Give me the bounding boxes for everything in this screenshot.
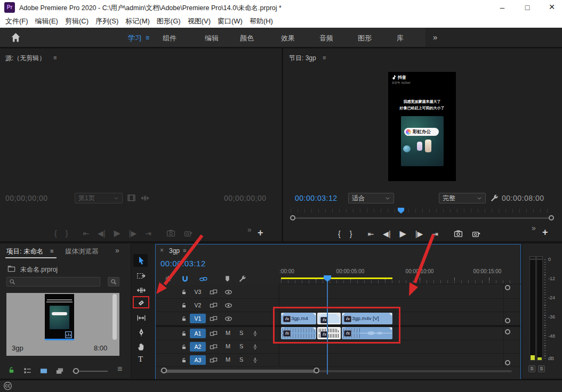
toggle-track-output-eye-icon[interactable] — [224, 301, 232, 309]
clip-name-label[interactable]: 3gp — [12, 344, 23, 352]
program-panel-title[interactable]: 节目: 3gp — [289, 54, 316, 63]
tab-audio[interactable]: 音频 — [319, 34, 333, 43]
sync-lock-icon[interactable] — [210, 288, 218, 296]
sync-lock-icon[interactable] — [210, 343, 218, 351]
minimize-button[interactable]: – — [493, 1, 511, 14]
track-label-a2[interactable]: A2 — [190, 342, 206, 352]
timeline-timecode[interactable]: 00:00:03:12 — [160, 259, 206, 268]
tab-editing[interactable]: 编辑 — [205, 34, 219, 43]
source-go-to-in-button[interactable]: ⇤ — [83, 229, 89, 238]
program-export-frame-icon[interactable] — [472, 229, 481, 238]
timeline-hscroll-thumb[interactable] — [163, 370, 317, 373]
source-panel-title[interactable]: 源:（无剪辑） — [5, 54, 45, 63]
program-mark-out-button[interactable]: } — [350, 230, 352, 238]
source-step-back-button[interactable]: ◀| — [98, 229, 105, 238]
program-go-to-out-button[interactable]: ⇥ — [432, 230, 438, 238]
timeline-tab-label[interactable]: 3gp — [169, 247, 180, 255]
slip-tool[interactable] — [137, 313, 146, 323]
lock-icon[interactable] — [181, 330, 187, 337]
menu-window[interactable]: 窗口(W) — [218, 17, 243, 26]
timeline-settings-wrench-icon[interactable] — [238, 275, 246, 283]
source-add-button[interactable]: + — [258, 227, 263, 239]
program-step-back-button[interactable]: ◀| — [383, 230, 390, 238]
source-overwrite-icon[interactable] — [184, 228, 193, 238]
track-resize-handle-4[interactable] — [505, 360, 510, 365]
menu-edit[interactable]: 编辑(E) — [35, 17, 58, 26]
lock-icon[interactable] — [181, 315, 187, 322]
meter-solo-right-button[interactable]: S — [538, 365, 545, 372]
icon-view-icon[interactable] — [39, 367, 48, 375]
program-panel-menu-icon[interactable]: ≡ — [323, 54, 326, 61]
hand-tool[interactable] — [137, 342, 146, 352]
tab-libraries[interactable]: 库 — [397, 34, 404, 43]
program-current-timecode[interactable]: 00:00:03:12 — [295, 194, 337, 202]
project-writable-lock-icon[interactable] — [7, 366, 15, 374]
lock-icon[interactable] — [181, 357, 187, 364]
program-scroll-handle-right[interactable] — [549, 215, 554, 220]
menu-file[interactable]: 文件(F) — [5, 17, 28, 26]
source-play-button[interactable]: ▶ — [114, 228, 121, 238]
project-panel-menu-icon[interactable]: ≡ — [50, 248, 53, 254]
ruler-minor-ticks[interactable] — [281, 280, 511, 283]
timeline-tab-menu-icon[interactable]: ≡ — [183, 247, 186, 254]
maximize-button[interactable]: □ — [518, 1, 536, 14]
snap-magnet-icon[interactable] — [181, 275, 189, 283]
tab-color[interactable]: 颜色 — [240, 34, 254, 43]
track-label-a3[interactable]: A3 — [190, 355, 206, 365]
voiceover-mic-icon[interactable] — [252, 343, 259, 350]
settings-film-icon[interactable] — [127, 193, 136, 202]
track-resize-handle-3[interactable] — [505, 329, 510, 334]
hscroll-zoom-handle-left[interactable] — [161, 368, 167, 373]
workspace-overflow-icon[interactable]: » — [433, 32, 437, 42]
meter-solo-left-button[interactable]: S — [528, 365, 535, 372]
sync-lock-icon[interactable] — [210, 315, 218, 323]
source-insert-icon[interactable] — [166, 228, 175, 238]
type-tool[interactable]: T — [138, 355, 143, 364]
voiceover-mic-icon[interactable] — [252, 356, 259, 364]
track-label-v2[interactable]: V2 — [190, 300, 206, 310]
hscroll-zoom-handle-right[interactable] — [314, 368, 319, 373]
lock-icon[interactable] — [181, 302, 187, 309]
track-select-tool[interactable] — [137, 271, 146, 281]
sync-lock-icon[interactable] — [210, 330, 218, 338]
tab-assembly[interactable]: 组件 — [163, 34, 176, 43]
clip-thumbnail[interactable] — [45, 294, 74, 340]
program-settings-wrench-icon[interactable] — [490, 194, 499, 202]
work-area-bar[interactable] — [281, 277, 392, 279]
pen-tool[interactable] — [137, 328, 146, 337]
menu-graphics[interactable]: 图形(G) — [157, 17, 181, 26]
program-zoom-select[interactable]: 适合 — [348, 193, 394, 203]
list-view-icon[interactable] — [23, 367, 31, 375]
solo-button[interactable]: S — [239, 356, 243, 363]
source-left-timecode[interactable]: 00;00;00;00 — [5, 194, 47, 202]
program-play-button[interactable]: ▶ — [400, 228, 406, 239]
project-scrollbar[interactable] — [113, 294, 117, 340]
tab-learning[interactable]: 学习 — [128, 34, 142, 43]
creative-cloud-icon[interactable] — [3, 381, 12, 390]
mute-button[interactable]: M — [226, 330, 230, 336]
solo-button[interactable]: S — [239, 330, 243, 336]
tab-graphics[interactable]: 图形 — [358, 34, 372, 43]
program-mark-in-button[interactable]: { — [338, 230, 341, 238]
add-marker-icon[interactable] — [223, 275, 231, 283]
track-label-v3[interactable]: V3 — [190, 287, 206, 297]
selection-tool[interactable] — [137, 256, 146, 265]
close-button[interactable]: × — [543, 0, 561, 14]
track-label-v1[interactable]: V1 — [190, 314, 206, 323]
lock-icon[interactable] — [181, 289, 187, 296]
search-input[interactable] — [6, 277, 100, 287]
mute-button[interactable]: M — [226, 356, 230, 363]
program-add-button[interactable]: + — [542, 227, 548, 238]
tab-media-browser[interactable]: 媒体浏览器 — [65, 247, 99, 256]
program-button-editor-icon[interactable]: » — [532, 224, 536, 232]
project-tabs-overflow-icon[interactable]: » — [115, 246, 119, 255]
program-lift-icon[interactable] — [454, 229, 463, 238]
tab-project[interactable]: 项目: 未命名 — [6, 247, 43, 256]
mute-button[interactable]: M — [226, 343, 230, 349]
learning-menu-icon[interactable]: ≡ — [146, 34, 149, 42]
source-panel-menu-icon[interactable]: ≡ — [53, 54, 57, 61]
project-file-name[interactable]: 未命名.prproj — [20, 265, 58, 274]
source-step-forward-button[interactable]: |▶ — [129, 229, 137, 238]
timeline-tab-close-icon[interactable]: × — [160, 247, 164, 254]
toggle-track-output-eye-icon[interactable] — [224, 288, 232, 296]
